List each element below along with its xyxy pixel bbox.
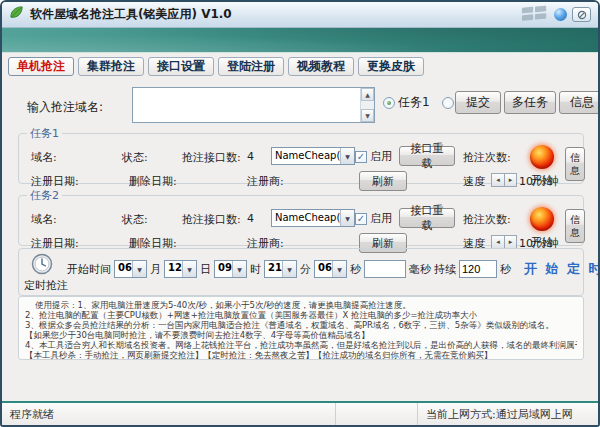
tab-video-tutorial[interactable]: 视频教程 [288,57,354,76]
hour-label: 时 [250,262,261,277]
start-button[interactable] [530,145,554,169]
tab-single-machine[interactable]: 单机抢注 [8,57,74,76]
step-right-icon[interactable]: ▸ [504,174,516,186]
window-title: 软件屋域名抢注工具(铭美应用) V1.0 [30,6,232,23]
status-label: 状态: [122,150,148,165]
usage-tip-line: 2、抢注电脑的配置（主要CPU核数）+网速+抢注电脑放置位置（美国服务器最佳）X… [25,310,577,320]
title-bar: 软件屋域名抢注工具(铭美应用) V1.0 [2,2,598,28]
radio-selected-icon [383,97,395,109]
checkbox-checked-icon [355,151,367,163]
task1-radio-label: 任务1 [398,94,430,111]
status-empty-cell [336,403,418,425]
domain-input-box: ▲ ▼ [132,87,375,123]
status-bar: 程序就绪 当前上网方式:通过局域网上网 [2,401,598,425]
month-select[interactable]: 06▼ [114,260,147,278]
port-count-value: 4 [247,212,254,225]
enable-label: 启用 [370,211,392,226]
task1-legend: 任务1 [27,126,62,141]
tab-login-register[interactable]: 登陆注册 [218,57,284,76]
timer-caption: 定时抢注 [24,278,68,293]
speed-value: 10/分钟 [519,174,559,189]
chevron-down-icon[interactable]: ▼ [340,148,354,164]
chevron-down-icon[interactable]: ▼ [282,261,296,277]
slash-circle-icon [577,10,587,20]
millisecond-input[interactable] [364,260,406,278]
interface-select[interactable]: NameCheap(启 ▼ [271,209,355,227]
day-select[interactable]: 12▼ [164,260,197,278]
step-left-icon[interactable]: ◂ [492,174,504,186]
domain-label: 域名: [31,150,57,165]
duration-input[interactable] [459,260,497,278]
chevron-down-icon[interactable]: ▼ [340,210,354,226]
reg-date-label: 注册日期: [31,174,79,189]
task2-panel: 任务2 域名: 状态: 抢注接口数: 4 NameCheap(启 ▼ 启用 接口… [18,188,584,246]
duration-label: 持续 [434,262,456,277]
day-label: 日 [200,262,211,277]
tab-change-skin[interactable]: 更换皮肤 [358,57,424,76]
multi-task-button[interactable]: 多任务 [504,91,556,114]
domain-input-scrollbar[interactable]: ▲ ▼ [360,88,374,122]
status-ready-text: 程序就绪 [2,403,336,425]
reload-interface-button[interactable]: 接口重载 [399,146,455,166]
task-info-button[interactable]: 信息 [565,147,585,181]
step-right-icon[interactable]: ▸ [504,236,516,248]
second-label: 秒 [350,262,361,277]
task1-radio[interactable]: 任务1 [383,94,430,111]
second-select[interactable]: 06▼ [314,260,347,278]
minute-label: 分 [300,262,311,277]
task2-legend: 任务2 [27,188,62,203]
registrar-label: 注册商: [247,174,284,189]
info-button[interactable]: 信息 [559,91,600,114]
month-label: 月 [150,262,161,277]
window-corner-button[interactable] [572,7,591,22]
interface-select-value: NameCheap(启 [272,148,340,164]
checkbox-checked-icon [355,213,367,225]
chevron-down-icon[interactable]: ▼ [332,261,346,277]
minute-select[interactable]: 21▼ [264,260,297,278]
status-network-text: 当前上网方式:通过局域网上网 [418,403,598,425]
reload-interface-button[interactable]: 接口重载 [399,208,455,228]
usage-tip-line: 3、根据众多会员抢注结果的分析：一台国内家用电脑适合抢注《普通域名，权重域名、高… [25,320,577,330]
start-time-label: 开始时间 [67,262,111,277]
status-label: 状态: [122,212,148,227]
chevron-down-icon[interactable]: ▼ [232,261,246,277]
interface-select-value: NameCheap(启 [272,210,340,226]
start-button[interactable] [530,207,554,231]
port-count-label: 抢注接口数: [182,212,241,227]
titlebar-right [521,4,591,25]
leaf-icon [9,5,24,24]
chevron-down-icon[interactable]: ▼ [132,261,146,277]
speed-stepper[interactable]: ◂ ▸ [491,235,517,249]
tab-bar: 单机抢注 集群抢注 接口设置 登陆注册 视频教程 更换皮肤 [2,54,598,78]
chevron-down-icon[interactable]: ▼ [182,261,196,277]
hour-select[interactable]: 09▼ [214,260,247,278]
action-buttons: 提交 多任务 信息 [455,91,600,114]
radio-unselected-icon [442,97,454,109]
tab-cluster[interactable]: 集群抢注 [78,57,144,76]
usage-tip-line: 4、本工具适合穷人和长期域名投资者。网络上花钱抢注平台，抢注成功率虽然高，但是好… [25,340,577,350]
duration-unit-label: 秒 [500,262,511,277]
millisecond-label: 毫秒 [409,262,431,277]
usage-tip-line: 【如果您少于30台电脑同时抢注，请不要浪费时间去抢注4数字、4字母等高价值精品域… [25,330,577,340]
timer-panel: 定时抢注 开始时间 06▼ 月 12▼ 日 09▼ 时 21▼ 分 06▼ 秒 … [18,248,584,296]
speed-stepper[interactable]: ◂ ▸ [491,173,517,187]
speed-label: 速度 [463,174,485,189]
task-info-button[interactable]: 信息 [565,209,585,243]
usage-tip-line: 使用提示：1、家用电脑注册速度为5-40次/秒，如果小于5次/秒的速度，请更换电… [25,300,577,310]
scroll-down-icon[interactable]: ▼ [361,109,374,122]
interface-select[interactable]: NameCheap(启 ▼ [271,147,355,165]
scroll-up-icon[interactable]: ▲ [361,88,374,101]
clock-icon [31,253,53,279]
enable-checkbox[interactable]: 启用 [355,149,392,164]
submit-button[interactable]: 提交 [455,91,501,114]
tab-interface-settings[interactable]: 接口设置 [148,57,214,76]
enable-checkbox[interactable]: 启用 [355,211,392,226]
windows-flag-icon [521,4,549,25]
step-left-icon[interactable]: ◂ [492,236,504,248]
attempts-label: 抢注次数: [463,150,511,165]
attempts-label: 抢注次数: [463,212,511,227]
usage-tip-line: 【本工具秒杀：手动抢注，网页刷新提交抢注】【定时抢注：免去熬夜之苦】【抢注成功的… [25,350,577,360]
domain-input[interactable] [133,88,360,122]
port-count-value: 4 [247,150,254,163]
start-timer-link[interactable]: 开 始 定 时 [524,260,600,278]
